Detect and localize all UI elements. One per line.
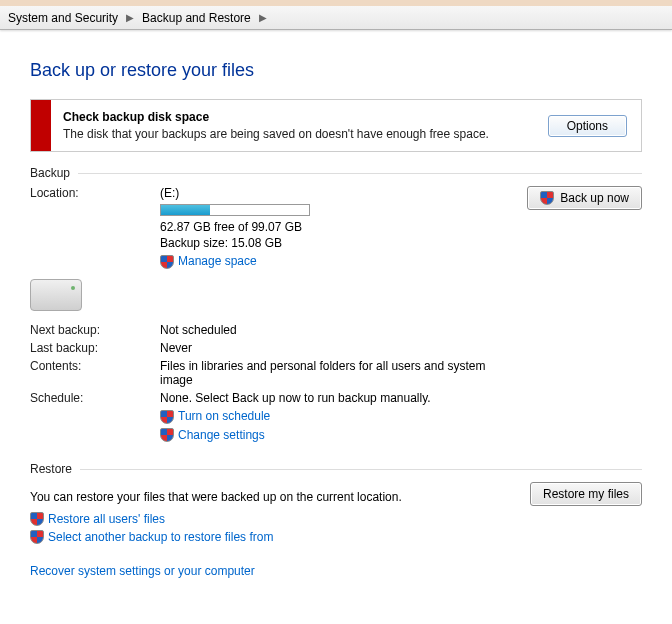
alert-message: The disk that your backups are being sav… xyxy=(63,127,522,141)
label-last-backup: Last backup: xyxy=(30,341,150,355)
value-contents: Files in libraries and personal folders … xyxy=(160,359,492,387)
value-last-backup: Never xyxy=(160,341,492,355)
change-settings-link[interactable]: Change settings xyxy=(178,428,265,442)
label-next-backup: Next backup: xyxy=(30,323,150,337)
restore-all-users-link[interactable]: Restore all users' files xyxy=(48,512,165,526)
restore-my-files-button[interactable]: Restore my files xyxy=(530,482,642,506)
restore-description: You can restore your files that were bac… xyxy=(30,490,402,504)
manage-space-link[interactable]: Manage space xyxy=(178,254,257,268)
label-contents: Contents: xyxy=(30,359,150,387)
label-location: Location: xyxy=(30,186,150,269)
turn-on-schedule-link[interactable]: Turn on schedule xyxy=(178,409,270,423)
divider xyxy=(78,173,642,174)
shield-icon xyxy=(30,512,44,526)
page-title: Back up or restore your files xyxy=(30,60,642,81)
disk-usage-bar xyxy=(160,204,310,216)
section-restore-header: Restore xyxy=(30,462,642,476)
backup-now-button[interactable]: Back up now xyxy=(527,186,642,210)
shield-icon xyxy=(160,410,174,424)
alert-stripe xyxy=(31,100,51,151)
drive-icon xyxy=(30,279,82,311)
recover-system-link[interactable]: Recover system settings or your computer xyxy=(30,564,255,578)
shield-icon xyxy=(540,191,554,205)
breadcrumb-crumb-backup-restore[interactable]: Backup and Restore xyxy=(142,11,251,25)
options-button[interactable]: Options xyxy=(548,115,627,137)
select-another-backup-link[interactable]: Select another backup to restore files f… xyxy=(48,530,273,544)
backup-drive: (E:) xyxy=(160,186,492,200)
backup-size-text: Backup size: 15.08 GB xyxy=(160,236,492,250)
value-next-backup: Not scheduled xyxy=(160,323,492,337)
shield-icon xyxy=(30,530,44,544)
alert-disk-space: Check backup disk space The disk that yo… xyxy=(30,99,642,152)
label-schedule: Schedule: xyxy=(30,391,150,443)
divider xyxy=(80,469,642,470)
shield-icon xyxy=(160,255,174,269)
alert-title: Check backup disk space xyxy=(63,110,522,124)
disk-free-text: 62.87 GB free of 99.07 GB xyxy=(160,220,492,234)
disk-usage-fill xyxy=(161,205,210,215)
section-restore-label: Restore xyxy=(30,462,72,476)
breadcrumb: System and Security ▶ Backup and Restore… xyxy=(0,0,672,30)
breadcrumb-crumb-system-security[interactable]: System and Security xyxy=(8,11,118,25)
value-schedule: None. Select Back up now to run backup m… xyxy=(160,391,492,405)
section-backup-label: Backup xyxy=(30,166,70,180)
shield-icon xyxy=(160,428,174,442)
chevron-right-icon[interactable]: ▶ xyxy=(259,12,267,23)
chevron-right-icon[interactable]: ▶ xyxy=(126,12,134,23)
section-backup-header: Backup xyxy=(30,166,642,180)
backup-now-label: Back up now xyxy=(560,191,629,205)
